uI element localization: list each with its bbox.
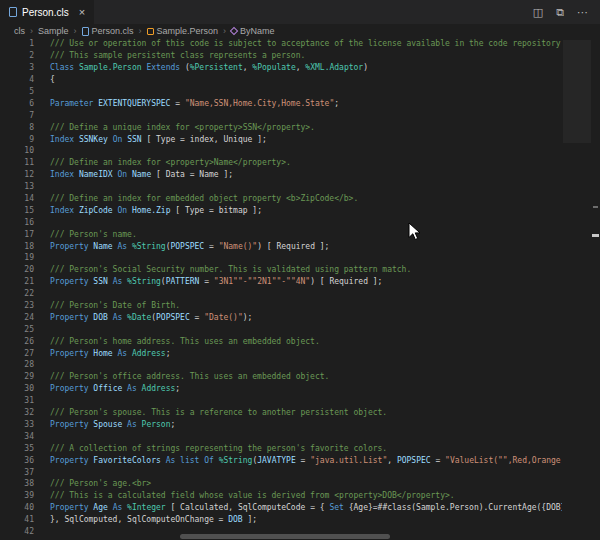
- overview-decoration: [592, 234, 599, 237]
- code-token: Property: [50, 313, 89, 322]
- code-token: POPSPEC: [170, 242, 204, 251]
- code-token: "Name,SSN,Home.City,Home.State": [185, 99, 334, 108]
- split-editor-icon[interactable]: ◫: [533, 7, 543, 18]
- code-token: Class: [50, 63, 74, 72]
- code-line-content: Index SSNKey On SSN [ Type = index, Uniq…: [50, 135, 562, 144]
- code-line: 20/// Person's Social Security number. T…: [0, 264, 600, 276]
- code-line: 11/// Define an index for <property>Name…: [0, 157, 600, 169]
- code-token: Address: [132, 349, 166, 358]
- code-line: 29/// Person's office address. This uses…: [0, 371, 600, 383]
- code-token: =: [431, 456, 445, 465]
- code-token: {Age}=##class(Sample.Person).CurrentAge(…: [344, 503, 562, 512]
- code-token: On: [117, 206, 127, 215]
- code-line: 41}, SqlComputed, SqlComputeOnChange = D…: [0, 514, 600, 526]
- code-token: Sample.Person: [79, 63, 142, 72]
- code-line-content: /// Use or operation of this code is sub…: [50, 39, 562, 48]
- method-icon: [230, 27, 238, 35]
- code-token: %String: [132, 242, 166, 251]
- breadcrumb-item-sample[interactable]: Sample: [38, 26, 69, 36]
- code-token: Home: [93, 349, 112, 358]
- code-line: 22: [0, 288, 600, 300]
- code-line-content: /// This sample persistent class represe…: [50, 51, 562, 60]
- code-line-content: /// This is a calculated field whose val…: [50, 491, 562, 500]
- line-number: 12: [0, 170, 34, 179]
- code-token: ];: [243, 515, 257, 524]
- line-number: 34: [0, 432, 34, 441]
- line-number: 13: [0, 182, 34, 191]
- breadcrumb-label: Sample.Person: [157, 26, 219, 36]
- close-icon[interactable]: ×: [79, 7, 85, 18]
- file-icon: [82, 27, 89, 36]
- code-token: =: [296, 456, 310, 465]
- code-token: ,: [296, 63, 306, 72]
- code-token: Index: [50, 206, 74, 215]
- code-token: =: [170, 99, 184, 108]
- editor-window: Person.cls × ◫⧉⋯ cls›Sample›Person.cls›S…: [0, 0, 600, 540]
- code-line-content: /// Person's Social Security number. Thi…: [50, 265, 562, 274]
- code-token: Parameter: [50, 99, 93, 108]
- class-icon: [147, 28, 154, 35]
- line-number: 6: [0, 99, 34, 108]
- line-number: 32: [0, 408, 34, 417]
- code-lines: 1/// Use or operation of this code is su…: [0, 38, 600, 537]
- code-token: /// Person's spouse. This is a reference…: [50, 408, 387, 417]
- code-line: 33Property Spouse As Person;: [0, 419, 600, 431]
- code-line-content: /// Person's Date of Birth.: [50, 301, 562, 310]
- line-number: 24: [0, 313, 34, 322]
- code-line: 16: [0, 216, 600, 228]
- code-token: %Integer: [127, 503, 166, 512]
- code-editor[interactable]: 1/// Use or operation of this code is su…: [0, 38, 600, 540]
- code-token: Extends: [146, 63, 180, 72]
- overview-decoration: [593, 206, 598, 208]
- code-line: 13: [0, 181, 600, 193]
- horizontal-scrollbar[interactable]: [180, 534, 390, 539]
- code-token: %XML.Adaptor: [305, 63, 363, 72]
- open-changes-icon[interactable]: ⧉: [556, 7, 564, 18]
- code-token: %Date: [127, 313, 151, 322]
- line-number: 5: [0, 87, 34, 96]
- line-number: 42: [0, 527, 34, 536]
- line-number: 19: [0, 253, 34, 262]
- more-actions-icon[interactable]: ⋯: [577, 7, 588, 18]
- minimap-slider[interactable]: [563, 40, 591, 143]
- minimap[interactable]: [563, 40, 591, 140]
- breadcrumb-label: Sample: [38, 26, 69, 36]
- code-line: 1/// Use or operation of this code is su…: [0, 38, 600, 50]
- code-token: ;: [175, 384, 180, 393]
- line-number: 41: [0, 515, 34, 524]
- code-token: /// Person's Social Security number. Thi…: [50, 265, 411, 274]
- code-line: 32/// Person's spouse. This is a referen…: [0, 407, 600, 419]
- line-number: 16: [0, 218, 34, 227]
- code-token: As: [117, 349, 127, 358]
- tab-person-cls[interactable]: Person.cls ×: [0, 0, 94, 24]
- breadcrumb-item-sample-person[interactable]: Sample.Person: [147, 26, 219, 36]
- code-line: 17/// Person's name.: [0, 228, 600, 240]
- line-number: 20: [0, 265, 34, 274]
- code-token: PATTERN: [166, 277, 200, 286]
- code-token: NameIDX: [79, 170, 113, 179]
- code-token: ): [363, 63, 368, 72]
- breadcrumb-item-byname[interactable]: ByName: [231, 26, 275, 36]
- code-token: EXTENTQUERYSPEC: [98, 99, 170, 108]
- code-line: 3Class Sample.Person Extends (%Persisten…: [0, 62, 600, 74]
- code-line-content: Property Name As %String(POPSPEC = "Name…: [50, 242, 562, 251]
- code-line: 23/// Person's Date of Birth.: [0, 300, 600, 312]
- code-token: Person: [142, 420, 171, 429]
- code-line: 39/// This is a calculated field whose v…: [0, 490, 600, 502]
- breadcrumb-item-person-cls[interactable]: Person.cls: [82, 26, 134, 36]
- code-token: /// This is a calculated field whose val…: [50, 491, 455, 500]
- code-line-content: Index NameIDX On Name [ Data = Name ];: [50, 170, 562, 179]
- line-number: 9: [0, 135, 34, 144]
- code-token: /// This sample persistent class represe…: [50, 51, 305, 60]
- line-number: 31: [0, 396, 34, 405]
- code-line: 2/// This sample persistent class repres…: [0, 50, 600, 62]
- code-line-content: Class Sample.Person Extends (%Persistent…: [50, 63, 562, 72]
- code-line-content: }, SqlComputed, SqlComputeOnChange = DOB…: [50, 515, 562, 524]
- breadcrumb-item-cls[interactable]: cls: [14, 26, 25, 36]
- code-token: Index: [50, 170, 74, 179]
- code-token: Property: [50, 420, 89, 429]
- code-token: Of: [204, 456, 214, 465]
- code-line: 24Property DOB As %Date(POPSPEC = "Date(…: [0, 311, 600, 323]
- code-line: 36Property FavoriteColors As list Of %St…: [0, 454, 600, 466]
- code-token: FavoriteColors: [93, 456, 160, 465]
